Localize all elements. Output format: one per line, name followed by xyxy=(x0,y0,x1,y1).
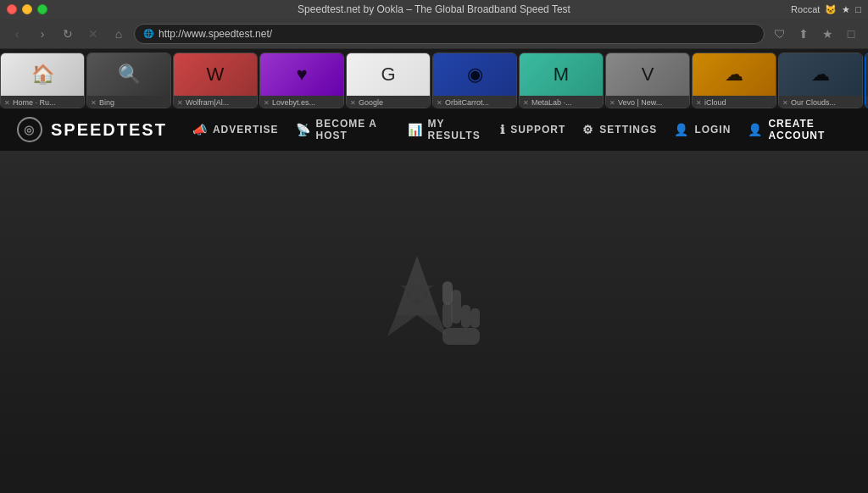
thumb-icon-ourclouds: ☁ xyxy=(811,64,830,86)
thumb-preview-home: 🏠 xyxy=(1,53,84,96)
window-button[interactable]: □ xyxy=(841,24,861,44)
thumbnail-icloud[interactable]: ☁ ✕ iCloud xyxy=(692,53,776,108)
thumbnail-speedtest[interactable]: ⚡ ✕ Spee... xyxy=(865,53,868,108)
thumb-title-vevo: Vevo | New... xyxy=(618,98,686,107)
minimize-button[interactable] xyxy=(22,4,32,14)
nav-link-settings[interactable]: ⚙ SETTINGS xyxy=(582,123,657,136)
nav-label-settings: SETTINGS xyxy=(599,124,657,136)
roccat-label: Roccat xyxy=(791,4,820,14)
thumb-close-bing[interactable]: ✕ xyxy=(91,99,97,107)
thumb-preview-vevo: V xyxy=(606,53,689,96)
thumb-label-bar-lovebyt: ✕ Lovebyt.es... xyxy=(260,96,343,108)
toolbar-actions: 🛡 ⬆ ★ □ xyxy=(770,24,861,44)
thumb-icon-icloud: ☁ xyxy=(725,64,743,86)
speedtest-mascot xyxy=(349,239,519,374)
thumb-label-bar-icloud: ✕ iCloud xyxy=(693,96,776,108)
maximize-button[interactable] xyxy=(37,4,47,14)
thumbnail-ourclouds[interactable]: ☁ ✕ Our Clouds... xyxy=(778,53,863,108)
roccat-icon: 🐱 xyxy=(825,4,837,15)
close-button[interactable] xyxy=(7,4,17,14)
speedtest-website: ◎ SPEEDTEST 📣 ADVERTISE 📡 BECOME A HOST … xyxy=(0,108,868,463)
thumb-preview-bing: 🔍 xyxy=(87,53,170,96)
forward-button[interactable]: › xyxy=(32,24,53,44)
thumb-close-icloud[interactable]: ✕ xyxy=(696,99,702,107)
thumb-title-home: Home · Ru... xyxy=(13,98,81,107)
thumbnail-bing[interactable]: 🔍 ✕ Bing xyxy=(86,53,171,108)
url-display: http://www.speedtest.net/ xyxy=(159,28,272,40)
thumb-label-bar-metalab: ✕ MetaLab ·... xyxy=(520,96,603,108)
shield-button[interactable]: 🛡 xyxy=(770,24,790,44)
thumb-icon-vevo: V xyxy=(642,64,654,86)
thumb-label-bar-bing: ✕ Bing xyxy=(87,96,170,108)
thumb-preview-google: G xyxy=(347,53,430,96)
nav-label-login: LOGIN xyxy=(694,124,731,136)
thumb-title-orbitcarrot: OrbitCarrot... xyxy=(445,98,513,107)
thumb-close-google[interactable]: ✕ xyxy=(350,99,356,107)
thumb-icon-metalab: M xyxy=(554,64,569,86)
thumb-icon-lovebyt: ♥ xyxy=(296,64,307,86)
reload-button[interactable]: ↻ xyxy=(58,24,78,44)
thumb-close-orbitcarrot[interactable]: ✕ xyxy=(437,99,442,107)
thumb-label-bar-vevo: ✕ Vevo | New... xyxy=(606,96,689,108)
thumbnail-vevo[interactable]: V ✕ Vevo | New... xyxy=(605,53,690,108)
thumbnail-orbitcarrot[interactable]: ◉ ✕ OrbitCarrot... xyxy=(432,53,517,108)
thumb-label-bar-wolfram: ✕ Wolfram|Al... xyxy=(174,96,257,108)
bookmark-button[interactable]: ★ xyxy=(817,24,837,44)
site-navigation: ◎ SPEEDTEST 📣 ADVERTISE 📡 BECOME A HOST … xyxy=(0,108,868,151)
nav-link-advertise[interactable]: 📣 ADVERTISE xyxy=(192,123,279,136)
home-button[interactable]: ⌂ xyxy=(108,24,129,44)
thumb-icon-google: G xyxy=(381,64,395,86)
thumb-preview-wolfram: W xyxy=(174,53,257,96)
thumb-close-vevo[interactable]: ✕ xyxy=(609,99,615,107)
nav-link-become-host[interactable]: 📡 BECOME A HOST xyxy=(296,118,391,141)
thumb-title-google: Google xyxy=(359,98,426,107)
thumb-label-bar-ourclouds: ✕ Our Clouds... xyxy=(779,96,862,108)
thumbnail-metalab[interactable]: M ✕ MetaLab ·... xyxy=(519,53,604,108)
nav-icon-settings: ⚙ xyxy=(582,123,594,136)
logo-text: SPEEDTEST xyxy=(51,120,167,140)
site-content xyxy=(0,151,868,463)
thumb-preview-metalab: M xyxy=(520,53,603,96)
traffic-lights xyxy=(7,4,47,14)
back-button[interactable]: ‹ xyxy=(7,24,27,44)
nav-link-login[interactable]: 👤 LOGIN xyxy=(674,123,731,136)
thumb-preview-lovebyt: ♥ xyxy=(260,53,343,96)
roccat-area: Roccat 🐱 ★ □ xyxy=(791,4,861,15)
nav-label-my-results: MY RESULTS xyxy=(428,118,484,141)
site-logo[interactable]: ◎ SPEEDTEST xyxy=(17,117,167,142)
nav-link-create-account[interactable]: 👤 CREATE ACCOUNT xyxy=(748,118,851,141)
nav-icon-create-account: 👤 xyxy=(748,123,763,136)
thumbnail-lovebyt[interactable]: ♥ ✕ Lovebyt.es... xyxy=(259,53,344,108)
thumb-title-bing: Bing xyxy=(99,98,167,107)
thumb-title-metalab: MetaLab ·... xyxy=(531,98,599,107)
thumbnail-wolfram[interactable]: W ✕ Wolfram|Al... xyxy=(173,53,258,108)
stop-button[interactable]: ✕ xyxy=(83,24,103,44)
svg-marker-1 xyxy=(387,315,417,336)
bookmark-toolbar-icon[interactable]: ★ xyxy=(842,4,850,15)
thumb-title-wolfram: Wolfram|Al... xyxy=(186,98,253,107)
thumb-close-lovebyt[interactable]: ✕ xyxy=(264,99,270,107)
thumb-close-home[interactable]: ✕ xyxy=(4,99,10,107)
thumb-preview-ourclouds: ☁ xyxy=(779,53,862,96)
nav-links: 📣 ADVERTISE 📡 BECOME A HOST 📊 MY RESULTS… xyxy=(192,118,851,141)
nav-icon-login: 👤 xyxy=(674,123,689,136)
nav-link-my-results[interactable]: 📊 MY RESULTS xyxy=(408,118,484,141)
thumbnail-google[interactable]: G ✕ Google xyxy=(346,53,431,108)
svg-rect-6 xyxy=(442,302,453,328)
address-bar[interactable]: 🌐 http://www.speedtest.net/ xyxy=(134,24,765,44)
thumbnail-home[interactable]: 🏠 ✕ Home · Ru... xyxy=(0,53,85,108)
thumb-title-ourclouds: Our Clouds... xyxy=(791,98,859,107)
nav-label-support: SUPPORT xyxy=(510,124,565,136)
svg-rect-10 xyxy=(442,281,453,305)
nav-link-support[interactable]: ℹ SUPPORT xyxy=(500,123,565,136)
svg-marker-2 xyxy=(417,315,447,336)
fullscreen-icon[interactable]: □ xyxy=(855,4,861,14)
share-button[interactable]: ⬆ xyxy=(793,24,814,44)
nav-label-become-host: BECOME A HOST xyxy=(316,118,391,141)
lock-icon: 🌐 xyxy=(143,29,153,38)
thumb-close-metalab[interactable]: ✕ xyxy=(523,99,529,107)
thumb-close-wolfram[interactable]: ✕ xyxy=(177,99,183,107)
thumb-close-ourclouds[interactable]: ✕ xyxy=(782,99,788,107)
thumbnail-grid: 🏠 ✕ Home · Ru... 🔍 ✕ Bing W ✕ Wolfram|Al… xyxy=(0,49,868,108)
loading-graphic xyxy=(349,239,519,374)
